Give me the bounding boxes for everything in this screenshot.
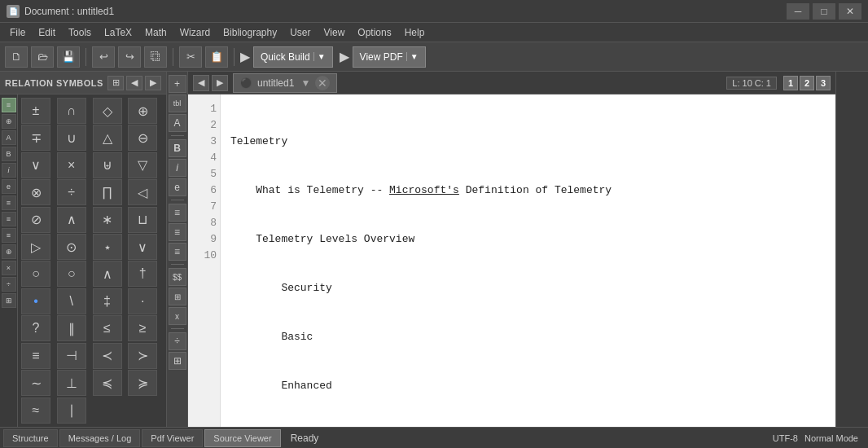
sym-triangledown[interactable]: ▽ (128, 152, 157, 178)
mid-btn-x[interactable]: x (169, 307, 186, 325)
sym-leq[interactable]: ≤ (93, 315, 122, 341)
sym-prod[interactable]: ∏ (93, 179, 122, 205)
sym-parallel[interactable]: ∥ (57, 315, 86, 341)
status-tab-pdfviewer[interactable]: Pdf Viewer (142, 429, 203, 447)
sym-side-btn-3[interactable]: B (2, 147, 16, 161)
sym-wedge2[interactable]: ∧ (93, 261, 122, 287)
sym-question[interactable]: ? (21, 315, 50, 341)
status-tab-messages[interactable]: Messages / Log (59, 429, 141, 447)
menu-item-tools[interactable]: Tools (62, 25, 98, 40)
sym-ddagger[interactable]: ‡ (93, 288, 122, 314)
sym-side-btn-7[interactable]: ≡ (2, 212, 16, 226)
editor-text-area[interactable]: Telemetry What is Telemetry -- Microsoft… (221, 94, 835, 427)
sym-sim[interactable]: ∼ (21, 370, 50, 396)
symbol-nav-prev[interactable]: ◀ (126, 76, 142, 90)
save-button[interactable]: 💾 (57, 46, 80, 68)
num-box-1[interactable]: 1 (783, 76, 798, 90)
quick-build-arrow[interactable]: ▼ (313, 52, 326, 61)
sym-pm[interactable]: ± (21, 98, 50, 124)
symbol-nav-next[interactable]: ▶ (145, 76, 161, 90)
mid-btn-A[interactable]: A (169, 114, 186, 132)
num-box-3[interactable]: 3 (816, 76, 831, 90)
menu-item-math[interactable]: Math (138, 25, 173, 40)
sym-perp[interactable]: ⊥ (57, 370, 86, 396)
sym-dot[interactable]: • (21, 288, 50, 314)
mid-btn-frac[interactable]: ÷ (169, 332, 186, 350)
sym-side-btn-1[interactable]: ⊕ (2, 114, 16, 129)
sym-succ[interactable]: ≻ (128, 343, 157, 369)
mid-btn-align3[interactable]: ≡ (169, 243, 186, 261)
undo-button[interactable]: ↩ (92, 46, 115, 68)
sym-div[interactable]: ÷ (57, 179, 86, 205)
symbol-nav-expand[interactable]: ⊞ (107, 76, 124, 90)
mid-btn-B[interactable]: B (169, 139, 186, 157)
sym-star[interactable]: ⋆ (93, 234, 122, 260)
redo-button[interactable]: ↪ (118, 46, 141, 68)
sym-ast[interactable]: ∗ (93, 207, 122, 233)
sym-mp[interactable]: ∓ (21, 125, 50, 151)
sym-ominus[interactable]: ⊖ (128, 125, 157, 151)
mid-btn-plus2[interactable]: ⊞ (169, 352, 186, 370)
tab-nav-prev[interactable]: ◀ (193, 75, 209, 91)
sym-side-btn-11[interactable]: ÷ (2, 277, 16, 292)
sym-oslash[interactable]: ⊘ (21, 207, 50, 233)
sym-odot[interactable]: ⊙ (57, 234, 86, 260)
sym-vee2[interactable]: ∨ (128, 234, 157, 260)
sym-dashv[interactable]: ⊣ (57, 343, 86, 369)
tab-nav-next[interactable]: ▶ (212, 75, 228, 91)
sym-bullet[interactable]: ○ (57, 261, 86, 287)
menu-item-bibliography[interactable]: Bibliography (217, 25, 283, 40)
mid-btn-dollar[interactable]: $$ (169, 268, 186, 286)
copy2-button[interactable]: ⿻ (144, 46, 167, 68)
tab-close-button[interactable]: ✕ (315, 76, 330, 90)
sym-uplus[interactable]: ⊎ (93, 152, 122, 178)
sym-triangle[interactable]: △ (93, 125, 122, 151)
sym-geq[interactable]: ≥ (128, 315, 157, 341)
sym-times[interactable]: × (57, 152, 86, 178)
mid-btn-e[interactable]: e (169, 178, 186, 196)
sym-oplus[interactable]: ⊕ (128, 98, 157, 124)
minimize-button[interactable]: ─ (787, 3, 809, 20)
sym-dagger[interactable]: † (128, 261, 157, 287)
menu-item-latex[interactable]: LaTeX (98, 25, 138, 40)
menu-item-user[interactable]: User (283, 25, 317, 40)
sym-mid[interactable]: ∣ (57, 397, 86, 424)
sym-circ[interactable]: ○ (21, 261, 50, 287)
menu-item-view[interactable]: View (318, 25, 352, 40)
sym-equiv[interactable]: ≡ (21, 343, 50, 369)
sym-side-btn-5[interactable]: e (2, 179, 16, 194)
sym-backslash[interactable]: \ (57, 288, 86, 314)
menu-item-wizard[interactable]: Wizard (173, 25, 217, 40)
sym-prec[interactable]: ≺ (93, 343, 122, 369)
play-icon-2[interactable]: ▶ (340, 49, 349, 64)
open-button[interactable]: 🗁 (31, 46, 54, 68)
mid-btn-align2[interactable]: ≡ (169, 223, 186, 241)
num-box-2[interactable]: 2 (800, 76, 814, 90)
sym-rhd[interactable]: ▷ (21, 234, 50, 260)
sym-diamond[interactable]: ◇ (93, 98, 122, 124)
menu-item-help[interactable]: Help (398, 25, 432, 40)
mid-btn-i[interactable]: i (169, 159, 186, 177)
sym-cdot[interactable]: · (128, 288, 157, 314)
new-button[interactable]: 🗋 (5, 46, 28, 68)
mid-btn-tbl[interactable]: tbl (169, 94, 186, 112)
mid-btn-plus[interactable]: + (169, 75, 186, 93)
menu-item-options[interactable]: Options (351, 25, 397, 40)
cut-button[interactable]: ✂ (179, 46, 202, 68)
sym-cup[interactable]: ∪ (57, 125, 86, 151)
quick-build-button[interactable]: Quick Build ▼ (253, 46, 333, 68)
status-tab-sourceviewer[interactable]: Source Viewer (204, 429, 280, 447)
sym-approx[interactable]: ≈ (21, 397, 50, 424)
editor-tab[interactable]: ⚫ untitled1 ▼ ✕ (233, 73, 337, 93)
sym-lhd[interactable]: ◁ (128, 179, 157, 205)
view-pdf-arrow[interactable]: ▼ (406, 52, 419, 61)
sym-vee[interactable]: ∨ (21, 152, 50, 178)
paste-button[interactable]: 📋 (205, 46, 228, 68)
view-pdf-button[interactable]: View PDF ▼ (353, 46, 426, 68)
sym-side-btn-2[interactable]: A (2, 130, 16, 145)
sym-otimes[interactable]: ⊗ (21, 179, 50, 205)
menu-item-edit[interactable]: Edit (32, 25, 62, 40)
sym-succeq[interactable]: ≽ (128, 370, 157, 396)
sym-side-btn-10[interactable]: × (2, 261, 16, 275)
sym-cap[interactable]: ∩ (57, 98, 86, 124)
